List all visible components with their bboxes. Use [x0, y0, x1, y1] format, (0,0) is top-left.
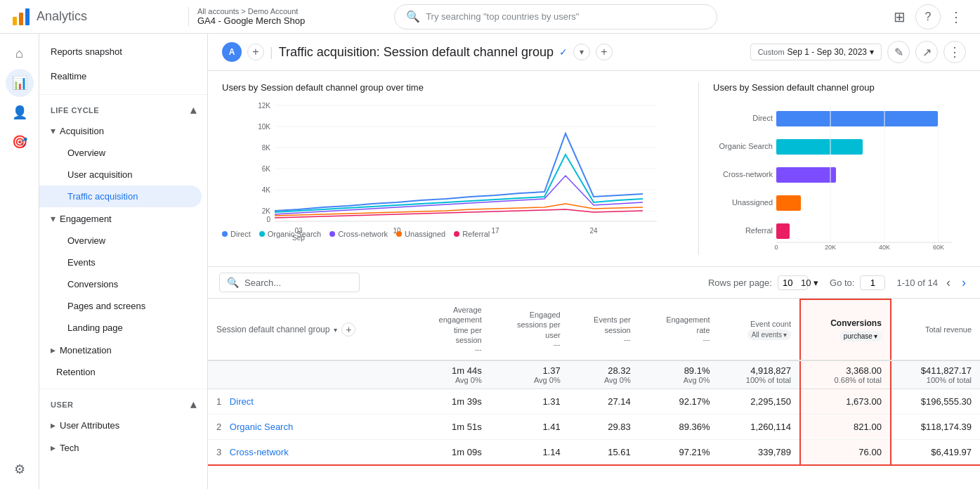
acquisition-item-traffic-acq[interactable]: Traffic acquisition	[39, 185, 202, 207]
tech-label: Tech	[60, 443, 79, 453]
row2-rank-channel: 2 Organic Search	[208, 415, 412, 440]
nav-item-tech[interactable]: ▸ Tech	[39, 436, 207, 459]
retention-label: Retention	[56, 367, 96, 377]
header-actions: Custom Sep 1 - Sep 30, 2023 ▾ ✎ ↗ ⋮	[750, 41, 966, 63]
svg-rect-31	[776, 223, 790, 239]
summary-engagement-rate: 89.1% Avg 0%	[639, 360, 719, 389]
check-icon: ✓	[559, 46, 568, 58]
legend-unassigned: Unassigned	[396, 230, 445, 238]
nav-item-retention[interactable]: Retention	[39, 361, 207, 383]
svg-rect-30	[776, 195, 801, 211]
sidebar-icon-explore[interactable]: 👤	[6, 98, 34, 126]
pagination-area: Rows per page: 10 25 50 10 ▾ Go to: 1-10…	[708, 275, 969, 290]
engagement-item-landing[interactable]: Landing page	[39, 317, 207, 339]
engagement-label: Engagement	[60, 214, 112, 224]
row3-engagement-rate: 97.21%	[639, 440, 719, 466]
conversions-label: Conversions	[67, 279, 118, 289]
row1-avg-engagement: 1m 39s	[412, 389, 490, 415]
row2-engaged-sessions: 1.41	[490, 415, 569, 440]
row2-avg-engagement: 1m 51s	[412, 415, 490, 440]
engagement-item-pages[interactable]: Pages and screens	[39, 295, 207, 317]
sidebar-icon-configure[interactable]: ⚙	[6, 455, 34, 483]
legend-direct: Direct	[222, 230, 251, 238]
date-range-selector[interactable]: Custom Sep 1 - Sep 30, 2023 ▾	[750, 44, 882, 60]
svg-text:0: 0	[266, 216, 270, 223]
legend-organic: Organic Search	[259, 230, 321, 238]
legend-cross: Cross-network	[329, 230, 388, 238]
add-comparison-btn[interactable]: +	[596, 44, 613, 60]
sidebar-icon-advertising[interactable]: 🎯	[6, 128, 34, 156]
conversions-dropdown-btn[interactable]: purchase ▾	[839, 331, 882, 341]
sidebar-icon-home[interactable]: ⌂	[6, 39, 34, 67]
table-search-placeholder: Search...	[244, 278, 281, 288]
more-options-btn[interactable]: ⋮	[943, 41, 966, 63]
lifecycle-section-header[interactable]: Life cycle ▴	[39, 95, 207, 119]
engagement-item-events[interactable]: Events	[39, 252, 207, 273]
logo-area: Analytics	[11, 7, 180, 27]
engagement-header[interactable]: ▾ Engagement	[39, 207, 207, 230]
help-icon-btn[interactable]: ?	[915, 4, 941, 30]
row3-rank-channel: 3 Cross-network	[208, 440, 412, 466]
more-icon-btn[interactable]: ⋮	[943, 4, 969, 30]
channel-sort-icon[interactable]: ▾	[334, 326, 337, 334]
svg-text:4K: 4K	[262, 186, 271, 194]
engagement-rate-col-header: Engagement rate ---	[639, 299, 719, 360]
bar-chart-container: Users by Session default channel group D…	[699, 82, 966, 255]
nav-item-reports-snapshot[interactable]: Reports snapshot	[39, 39, 207, 64]
row2-event-count: 1,260,114	[719, 415, 801, 440]
grid-icon-btn[interactable]: ⊞	[887, 4, 913, 30]
summary-total-revenue: $411,827.17 100% of total	[891, 360, 980, 389]
account-selector[interactable]: All accounts > Demo Account GA4 - Google…	[188, 7, 305, 26]
acquisition-item-user-acq[interactable]: User acquisition	[39, 164, 207, 185]
acquisition-label: Acquisition	[60, 126, 104, 136]
add-column-btn[interactable]: +	[341, 322, 355, 337]
engagement-item-conversions[interactable]: Conversions	[39, 273, 207, 295]
line-chart-legend: Direct Organic Search Cross-network Unas…	[222, 230, 684, 238]
title-dropdown-btn[interactable]: ▾	[573, 44, 590, 60]
property-selector[interactable]: GA4 - Google Merch Shop	[197, 15, 305, 26]
acquisition-header[interactable]: ▾ Acquisition	[39, 119, 207, 142]
engagement-item-overview[interactable]: Overview	[39, 230, 207, 252]
add-view-btn[interactable]: +	[247, 44, 264, 60]
svg-text:0: 0	[774, 244, 778, 251]
table-section: 🔍 Search... Rows per page: 10 25 50 10 ▾…	[208, 267, 980, 489]
pagination-prev-btn[interactable]: ‹	[943, 275, 953, 290]
user-section-header[interactable]: User ▴	[39, 389, 207, 414]
svg-text:10K: 10K	[258, 123, 270, 131]
share-icon-btn[interactable]: ↗	[915, 41, 938, 63]
nav-group-user-attributes[interactable]: ▸ User Attributes	[39, 414, 207, 436]
bar-chart-title: Users by Session default channel group	[713, 82, 966, 93]
summary-conversions: 3,368.00 0.68% of total	[800, 360, 891, 389]
nav-group-acquisition: ▾ Acquisition Overview User acquisition …	[39, 119, 207, 207]
table-search[interactable]: 🔍 Search...	[219, 273, 360, 292]
icon-sidebar: ⌂ 📊 👤 🎯 ⚙	[0, 34, 39, 489]
table-row: 3 Cross-network 1m 09s 1.14 15.61 97.21%…	[208, 440, 980, 466]
row3-avg-engagement: 1m 09s	[412, 440, 490, 466]
date-chevron-icon: ▾	[870, 47, 874, 57]
page-title-area: A + | Traffic acquisition: Session defau…	[222, 42, 613, 62]
nav-item-realtime[interactable]: Realtime	[39, 64, 207, 89]
engagement-expand-icon: ▾	[51, 213, 55, 224]
pagination-next-btn[interactable]: ›	[959, 275, 969, 290]
engaged-sessions-col-header: Engaged sessions per user ---	[490, 299, 569, 360]
goto-input[interactable]	[860, 275, 885, 290]
edit-icon-btn[interactable]: ✎	[887, 41, 910, 63]
search-placeholder: Try searching "top countries by users"	[426, 11, 579, 22]
svg-rect-0	[13, 17, 17, 25]
nav-group-monetization[interactable]: ▸ Monetization	[39, 339, 207, 361]
date-range-value: Sep 1 - Sep 30, 2023	[788, 47, 867, 57]
svg-text:6K: 6K	[262, 165, 271, 173]
svg-text:Unassigned: Unassigned	[732, 198, 773, 207]
acq-overview-label: Overview	[67, 148, 105, 158]
line-chart-container: Users by Session default channel group o…	[222, 82, 699, 255]
svg-rect-28	[776, 139, 863, 155]
acquisition-item-overview[interactable]: Overview	[39, 142, 207, 164]
monetization-expand-icon: ▸	[51, 344, 55, 356]
sidebar-icon-reports[interactable]: 📊	[6, 69, 34, 97]
svg-text:Referral: Referral	[745, 226, 773, 235]
search-bar[interactable]: 🔍 Try searching "top countries by users"	[394, 4, 717, 30]
traffic-acq-label: Traffic acquisition	[67, 191, 138, 202]
conversions-col-header[interactable]: Conversions purchase ▾	[800, 299, 891, 360]
rows-per-page-select[interactable]: 10 25 50	[778, 275, 808, 290]
channel-col-label: Session default channel group	[216, 325, 329, 334]
